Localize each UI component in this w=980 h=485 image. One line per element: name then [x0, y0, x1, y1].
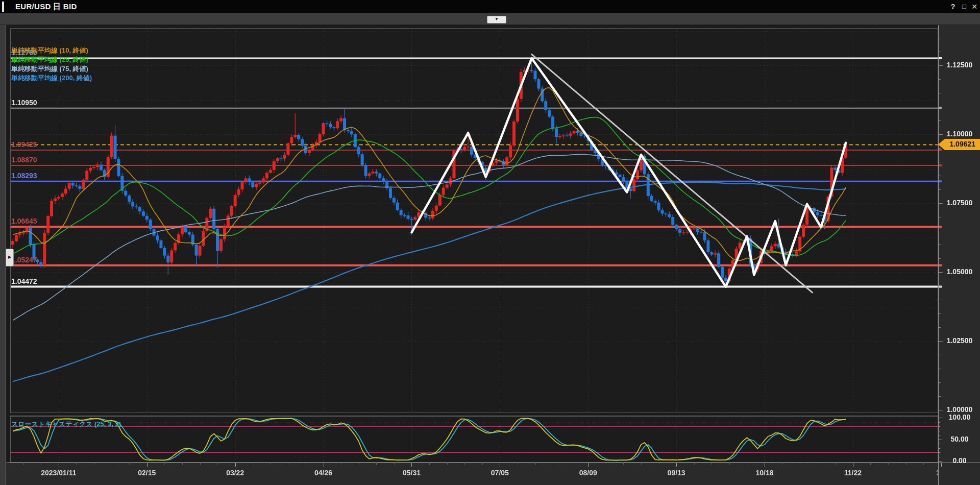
- side-panel-expander-button[interactable]: ▶: [6, 249, 14, 266]
- help-button[interactable]: ?: [947, 2, 959, 12]
- chart-canvas[interactable]: [0, 0, 980, 485]
- title-bar[interactable]: EUR/USD 日 BID ? □ ✕: [0, 0, 980, 13]
- toolbar-strip: ▼: [0, 13, 980, 25]
- legend-sma-75[interactable]: 単純移動平均線 (75, 終値): [11, 64, 88, 74]
- close-button[interactable]: ✕: [969, 2, 980, 12]
- legend-sma-200[interactable]: 単純移動平均線 (200, 終値): [11, 74, 92, 83]
- chart-window: 単純移動平均線 (10, 終値) 単純移動平均線 (25, 終値) 単純移動平均…: [0, 0, 980, 485]
- current-price-value: 1.09621: [945, 140, 980, 148]
- price-tag-arrow-icon: [938, 139, 945, 150]
- current-price-tag: 1.09621: [945, 139, 980, 150]
- window-title: EUR/USD 日 BID: [15, 2, 77, 12]
- legend-sma-10[interactable]: 単純移動平均線 (10, 終値): [11, 46, 88, 55]
- maximize-button[interactable]: □: [959, 2, 970, 12]
- title-accent-bar: [2, 2, 4, 12]
- toolbar-collapse-button[interactable]: ▼: [487, 16, 506, 23]
- legend-sma-25[interactable]: 単純移動平均線 (25, 終値): [11, 55, 88, 64]
